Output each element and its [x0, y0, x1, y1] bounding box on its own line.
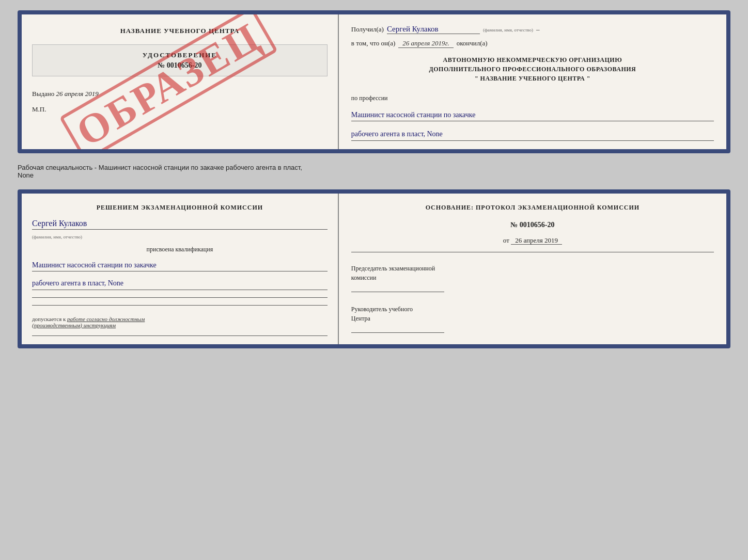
vtom-date: 26 апреля 2019г. [398, 39, 453, 48]
protocol-num: № 0010656-20 [351, 221, 714, 229]
separator-text: Рабочая специальность - Машинист насосно… [18, 162, 730, 181]
dopuskaetsya-italic: работе согласно должностным [67, 316, 145, 322]
rukovoditel-line2: Центра [351, 315, 370, 322]
rukovoditel-signature-line [351, 332, 444, 333]
dopuskaetsya-italic2: (производственным) инструкциям [32, 322, 116, 328]
udostoverenie-title: УДОСТОВЕРЕНИЕ [37, 51, 323, 59]
kvalif-value2: рабочего агента в пласт, None [32, 278, 328, 290]
protocol-date: от 26 апреля 2019 [351, 236, 714, 245]
org-block: АВТОНОМНУЮ НЕКОММЕРЧЕСКУЮ ОРГАНИЗАЦИЮ ДО… [351, 55, 714, 83]
rukovoditel-line1: Руководитель учебного [351, 306, 413, 313]
predsedatel-line1: Председатель экзаменационной [351, 265, 435, 272]
org-line3: " НАЗВАНИЕ УЧЕБНОГО ЦЕНТРА " [351, 74, 714, 83]
prof-value2: рабочего агента в пласт, None [351, 129, 714, 140]
predsedatel-label: Председатель экзаменационной комиссии [351, 264, 714, 282]
fio-hint-top: (фамилия, имя, отчество) [483, 27, 533, 33]
resheniem-title: Решением экзаменационной комиссии [32, 204, 328, 212]
dopuskaetsya-label: допускается к [32, 316, 66, 322]
vtom-label: в том, что он(а) [351, 39, 396, 47]
line-after-date [351, 252, 714, 252]
line2 [32, 305, 328, 306]
protocol-date-value: 26 апреля 2019 [511, 236, 562, 245]
top-left-title: НАЗВАНИЕ УЧЕБНОГО ЦЕНТРА [32, 27, 328, 35]
vydano-date: 26 апреля 2019 [56, 90, 99, 98]
udostoverenie-box: УДОСТОВЕРЕНИЕ № 0010656-20 [32, 44, 328, 76]
kvalif-value1: Машинист насосной станции по закачке [32, 260, 328, 271]
poluchil-label: Получил(a) [351, 25, 384, 34]
top-document-card: НАЗВАНИЕ УЧЕБНОГО ЦЕНТРА ОБРАЗЕЦ УДОСТОВ… [18, 10, 730, 153]
fio-hint-bottom: (фамилия, имя, отчество) [32, 234, 328, 239]
top-left-panel: НАЗВАНИЕ УЧЕБНОГО ЦЕНТРА ОБРАЗЕЦ УДОСТОВ… [22, 14, 339, 149]
protocol-date-prefix: от [503, 236, 509, 244]
vydano-label: Выдано [32, 90, 54, 98]
predsedatel-line2: комиссии [351, 274, 377, 281]
dash-separator: – [536, 25, 540, 34]
bottom-left-panel: Решением экзаменационной комиссии Сергей… [22, 194, 339, 344]
rukovoditel-label: Руководитель учебного Центра [351, 305, 714, 323]
vydano-row: Выдано 26 апреля 2019 [32, 90, 328, 98]
bottom-document-card: Решением экзаменационной комиссии Сергей… [18, 189, 730, 348]
osnovanie-title: Основание: протокол экзаменационной коми… [351, 204, 714, 212]
org-line2: ДОПОЛНИТЕЛЬНОГО ПРОФЕССИОНАЛЬНОГО ОБРАЗО… [351, 65, 714, 74]
poluchil-name: Сергей Кулаков [387, 25, 480, 34]
okonchil-label: окончил(а) [457, 39, 488, 47]
line1 [32, 297, 328, 298]
separator-line2: None [18, 171, 34, 179]
dopuskaetsya-row: допускается к работе согласно должностны… [32, 316, 328, 328]
bottom-right-panel: Основание: протокол экзаменационной коми… [339, 194, 726, 344]
predsedatel-signature-line [351, 292, 444, 292]
org-line1: АВТОНОМНУЮ НЕКОММЕРЧЕСКУЮ ОРГАНИЗАЦИЮ [351, 55, 714, 65]
prof-value1: Машинист насосной станции по закачке [351, 109, 714, 121]
vtom-row: в том, что он(а) 26 апреля 2019г. окончи… [351, 39, 714, 48]
prisvoena-label: присвоена квалификация [32, 246, 328, 253]
poluchil-row: Получил(a) Сергей Кулаков (фамилия, имя,… [351, 25, 714, 34]
mp-row: М.П. [32, 105, 328, 114]
prof-label: по профессии [351, 94, 714, 102]
line3 [32, 335, 328, 336]
separator-line1: Рабочая специальность - Машинист насосно… [18, 164, 302, 171]
top-right-panel: Получил(a) Сергей Кулаков (фамилия, имя,… [339, 14, 726, 149]
person-name: Сергей Кулаков [32, 219, 328, 230]
udostoverenie-num: № 0010656-20 [37, 61, 323, 70]
